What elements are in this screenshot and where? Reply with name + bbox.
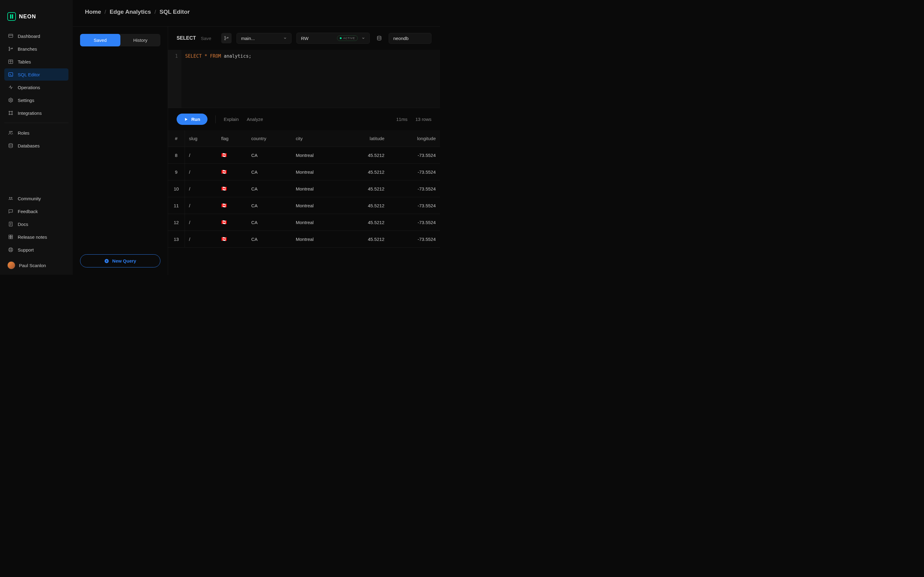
code-punct: ; [249, 53, 252, 59]
code-keyword: FROM [210, 53, 221, 59]
cell-country: CA [247, 147, 291, 164]
new-query-label: New Query [112, 258, 136, 263]
svg-point-41 [225, 36, 226, 37]
cell-index: 11 [168, 197, 184, 214]
svg-line-37 [11, 250, 12, 251]
user-menu[interactable]: Paul Scanlon [0, 256, 73, 275]
chevron-down-icon [283, 36, 287, 40]
roles-icon [8, 130, 13, 135]
sidebar-item-feedback[interactable]: Feedback [4, 205, 68, 218]
sidebar-item-docs[interactable]: Docs [4, 218, 68, 230]
sidebar-item-label: Release notes [18, 234, 47, 240]
code-keyword: * [204, 53, 207, 59]
cell-flag: 🇨🇦 [217, 197, 247, 214]
sidebar-item-support[interactable]: Support [4, 243, 68, 256]
plus-icon [104, 259, 109, 263]
breadcrumb: Home / Edge Analytics / SQL Editor [73, 0, 440, 26]
svg-point-13 [9, 114, 10, 115]
cell-longitude: -73.5524 [389, 164, 440, 181]
cell-latitude: 45.5212 [341, 197, 389, 214]
sidebar-item-dashboard[interactable]: Dashboard [4, 30, 68, 42]
sidebar-item-label: Support [18, 247, 34, 253]
status-dot-icon [340, 37, 342, 39]
table-row[interactable]: 10/🇨🇦CAMontreal45.5212-73.5524 [168, 181, 440, 197]
database-icon [375, 35, 384, 41]
sidebar-item-operations[interactable]: Operations [4, 81, 68, 93]
breadcrumb-project[interactable]: Edge Analytics [110, 8, 151, 15]
sidebar-item-label: SQL Editor [18, 72, 40, 77]
database-select[interactable]: neondb [389, 33, 431, 44]
save-button[interactable]: Save [201, 36, 211, 41]
queries-panel: Saved History New Query [73, 27, 168, 275]
svg-rect-29 [11, 235, 13, 237]
explain-button[interactable]: Explain [224, 117, 239, 122]
editor-panel: SELECT Save main... RW [168, 27, 440, 275]
sidebar-item-databases[interactable]: Databases [4, 140, 68, 152]
sidebar-item-label: Roles [18, 131, 29, 135]
svg-rect-28 [9, 235, 10, 237]
sidebar-item-sql-editor[interactable]: SQL Editor [4, 68, 68, 81]
cell-index: 9 [168, 164, 184, 181]
line-number: 1 [168, 52, 178, 60]
sidebar-item-label: Integrations [18, 111, 42, 116]
analyze-button[interactable]: Analyze [247, 117, 263, 122]
user-name: Paul Scanlon [19, 263, 46, 268]
sidebar-item-label: Docs [18, 222, 28, 227]
svg-line-36 [9, 250, 10, 251]
branch-select[interactable]: main... [236, 33, 291, 44]
breadcrumb-home[interactable]: Home [85, 8, 101, 15]
cell-latitude: 45.5212 [341, 147, 389, 164]
new-query-button[interactable]: New Query [80, 254, 160, 268]
sidebar-item-settings[interactable]: Settings [4, 94, 68, 106]
database-value: neondb [393, 36, 409, 41]
breadcrumb-page[interactable]: SQL Editor [160, 8, 190, 15]
table-row[interactable]: 11/🇨🇦CAMontreal45.5212-73.5524 [168, 197, 440, 214]
code-editor[interactable]: 1 SELECT * FROM analytics; [168, 50, 440, 108]
run-button[interactable]: Run [177, 114, 207, 125]
table-row[interactable]: 9/🇨🇦CAMontreal45.5212-73.5524 [168, 164, 440, 181]
main: Home / Edge Analytics / SQL Editor Saved… [73, 0, 440, 275]
logo[interactable]: NEON [0, 6, 73, 30]
sidebar-item-release-notes[interactable]: Release notes [4, 231, 68, 243]
svg-point-3 [9, 50, 10, 51]
svg-point-20 [11, 131, 12, 132]
sidebar-item-roles[interactable]: Roles [4, 127, 68, 139]
tab-saved[interactable]: Saved [80, 34, 120, 47]
cell-longitude: -73.5524 [389, 181, 440, 197]
tab-history[interactable]: History [120, 34, 161, 47]
logo-text: NEON [19, 13, 36, 20]
cell-index: 12 [168, 214, 184, 231]
cell-slug: / [184, 231, 217, 248]
svg-point-33 [10, 249, 11, 251]
table-header: # [168, 131, 184, 147]
sql-icon [8, 72, 13, 77]
sidebar-item-label: Databases [18, 143, 40, 148]
cell-country: CA [247, 164, 291, 181]
table-row[interactable]: 13/🇨🇦CAMontreal45.5212-73.5524 [168, 231, 440, 248]
cell-slug: / [184, 197, 217, 214]
sidebar-item-branches[interactable]: Branches [4, 43, 68, 55]
cell-city: Montreal [291, 231, 341, 248]
cell-city: Montreal [291, 164, 341, 181]
cell-slug: / [184, 181, 217, 197]
sidebar-item-integrations[interactable]: Integrations [4, 107, 68, 119]
run-bar: Run Explain Analyze 11ms 13 rows [168, 108, 440, 131]
table-header: flag [217, 131, 247, 147]
table-row[interactable]: 8/🇨🇦CAMontreal45.5212-73.5524 [168, 147, 440, 164]
results-table: # slug flag country city latitude longit… [168, 131, 440, 275]
nav-secondary: Roles Databases [0, 127, 73, 152]
status-badge-text: ACTIVE [343, 37, 355, 40]
code-identifier: analytics [224, 53, 249, 59]
divider [215, 115, 216, 123]
table-header: slug [184, 131, 217, 147]
compute-select[interactable]: RW ACTIVE [296, 33, 370, 44]
avatar [7, 261, 15, 269]
table-row[interactable]: 12/🇨🇦CAMontreal45.5212-73.5524 [168, 214, 440, 231]
sidebar-item-community[interactable]: Community [4, 192, 68, 205]
integrations-icon [8, 110, 13, 116]
svg-rect-8 [8, 73, 13, 76]
svg-point-2 [9, 47, 10, 48]
sidebar-item-tables[interactable]: Tables [4, 56, 68, 68]
query-time: 11ms [396, 117, 408, 122]
play-icon [184, 117, 188, 121]
